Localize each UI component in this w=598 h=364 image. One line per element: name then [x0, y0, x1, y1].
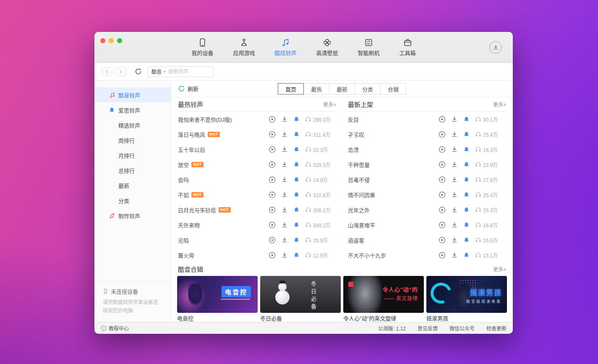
set-ringtone-bell-button[interactable]	[463, 252, 470, 258]
search-category-dropdown[interactable]: 酷音	[151, 68, 166, 75]
set-ringtone-bell-button[interactable]	[463, 207, 470, 213]
download-button[interactable]	[281, 221, 288, 228]
play-button[interactable]	[439, 237, 446, 244]
close-window-button[interactable]	[100, 38, 105, 43]
ringtone-row[interactable]: 天外来物	[178, 217, 336, 232]
ringtone-row[interactable]: 我怕来者不是你(DJ版)	[178, 112, 336, 127]
tab-home[interactable]: 首页	[278, 83, 304, 94]
album-card-winter[interactable]: 冬日必备 冬日必备	[260, 276, 341, 322]
play-button[interactable]	[269, 206, 276, 213]
set-ringtone-bell-button[interactable]	[293, 161, 300, 168]
nav-item-apps-games[interactable]: 应用游戏	[233, 38, 255, 57]
ringtone-row[interactable]: 沦陷	[178, 232, 336, 247]
play-button[interactable]	[269, 116, 276, 123]
ringtone-row[interactable]: 光年之外	[348, 202, 506, 217]
album-card-electronic[interactable]: 电音控 电音控	[177, 276, 258, 322]
set-ringtone-bell-button[interactable]	[293, 237, 300, 243]
album-card-english-melody[interactable]: 令人心"动"的 —— 英文旋律 令人心"动"的英文旋律	[343, 276, 424, 322]
feedback-link[interactable]: 意见反馈	[418, 325, 438, 332]
tab-collections[interactable]: 合辑	[380, 83, 406, 94]
ringtone-row[interactable]: 白月光与朱砂痣 HOT	[178, 202, 336, 217]
check-update-link[interactable]: 检查更新	[486, 325, 507, 332]
ringtone-row[interactable]: 山海意难平	[348, 217, 506, 232]
play-button[interactable]	[269, 252, 276, 259]
set-ringtone-bell-button[interactable]	[463, 161, 470, 168]
tab-latest[interactable]: 最新	[329, 83, 355, 94]
download-button[interactable]	[281, 131, 288, 138]
more-link-collections[interactable]: 更多>	[493, 265, 506, 273]
sidebar-item-weekly-rank[interactable]: 周排行	[94, 133, 171, 148]
set-ringtone-bell-button[interactable]	[463, 177, 470, 183]
set-ringtone-bell-button[interactable]	[463, 237, 470, 243]
zoom-window-button[interactable]	[117, 38, 122, 43]
nav-item-smart-flash[interactable]: 智能刷机	[358, 38, 380, 57]
set-ringtone-bell-button[interactable]	[463, 116, 470, 122]
nav-item-toolbox[interactable]: 工具箱	[400, 38, 416, 57]
forward-button[interactable]	[115, 67, 126, 76]
ringtone-row[interactable]: 五十年以后	[178, 142, 336, 157]
download-button[interactable]	[451, 221, 458, 228]
set-ringtone-bell-button[interactable]	[293, 146, 300, 153]
set-ringtone-bell-button[interactable]	[463, 222, 470, 228]
sidebar-item-latest[interactable]: 最新	[94, 178, 171, 193]
set-ringtone-bell-button[interactable]	[293, 252, 300, 258]
sidebar-item-make-ringtone[interactable]: 制作铃声	[94, 208, 171, 223]
search-input[interactable]	[168, 69, 210, 75]
play-button[interactable]	[269, 237, 276, 244]
download-button[interactable]	[451, 131, 458, 138]
ringtone-row[interactable]: 孑孓叹	[348, 127, 506, 142]
set-ringtone-bell-button[interactable]	[293, 131, 300, 138]
download-button[interactable]	[451, 146, 458, 153]
download-button[interactable]	[451, 252, 458, 258]
album-card-rock-boy[interactable]: 摇滚男孩 殿堂级摇滚来袭 摇滚男孩	[426, 276, 507, 322]
play-button[interactable]	[439, 191, 446, 198]
set-ringtone-bell-button[interactable]	[293, 177, 300, 183]
play-button[interactable]	[269, 221, 276, 229]
set-ringtone-bell-button[interactable]	[463, 146, 470, 153]
play-button[interactable]	[269, 191, 276, 198]
ringtone-row[interactable]: 会吗	[178, 172, 336, 187]
play-button[interactable]	[269, 176, 276, 183]
page-refresh-button[interactable]	[135, 68, 142, 75]
ringtone-row[interactable]: 反目	[348, 112, 506, 127]
more-link-newest[interactable]: 更多>	[493, 101, 506, 108]
play-button[interactable]	[439, 252, 446, 259]
set-ringtone-bell-button[interactable]	[463, 131, 470, 138]
download-button[interactable]	[281, 237, 288, 243]
download-button[interactable]	[451, 176, 458, 183]
play-button[interactable]	[439, 131, 446, 138]
play-button[interactable]	[269, 161, 276, 168]
play-button[interactable]	[269, 131, 276, 138]
download-button[interactable]	[281, 161, 288, 168]
ringtone-row[interactable]: 千种思量	[348, 157, 506, 172]
download-button[interactable]	[281, 191, 288, 198]
ringtone-row[interactable]: 逍遥客	[348, 232, 506, 247]
download-button[interactable]	[451, 191, 458, 198]
sidebar-item-categories[interactable]: 分类	[94, 193, 171, 208]
download-button[interactable]	[281, 252, 288, 258]
download-button[interactable]	[281, 176, 288, 183]
sidebar-item-monthly-rank[interactable]: 月排行	[94, 148, 171, 163]
play-button[interactable]	[269, 146, 276, 153]
wechat-official-link[interactable]: 微信公众号	[449, 325, 475, 332]
ringtone-row[interactable]: 不如 HOT	[178, 187, 336, 202]
ringtone-row[interactable]: 放空 HOT	[178, 157, 336, 172]
ringtone-row[interactable]: 百毒不侵	[348, 172, 506, 187]
more-link-hottest[interactable]: 更多>	[323, 101, 336, 108]
set-ringtone-bell-button[interactable]	[293, 222, 300, 228]
set-ringtone-bell-button[interactable]	[293, 192, 300, 198]
sidebar-item-total-rank[interactable]: 总排行	[94, 163, 171, 178]
download-manager-button[interactable]	[489, 41, 502, 54]
download-button[interactable]	[281, 206, 288, 213]
download-button[interactable]	[451, 116, 458, 122]
play-button[interactable]	[439, 146, 446, 153]
play-button[interactable]	[439, 161, 446, 168]
download-button[interactable]	[451, 237, 458, 243]
ringtone-row[interactable]: 落日与晚风 HOT	[178, 127, 336, 142]
ringtone-row[interactable]: 篝火旁	[178, 247, 336, 263]
nav-item-my-device[interactable]: 我的设备	[191, 38, 213, 57]
tab-hottest[interactable]: 最热	[303, 83, 329, 94]
set-ringtone-bell-button[interactable]	[293, 207, 300, 213]
download-button[interactable]	[281, 116, 288, 122]
content-refresh-button[interactable]: 刷新	[178, 85, 198, 93]
